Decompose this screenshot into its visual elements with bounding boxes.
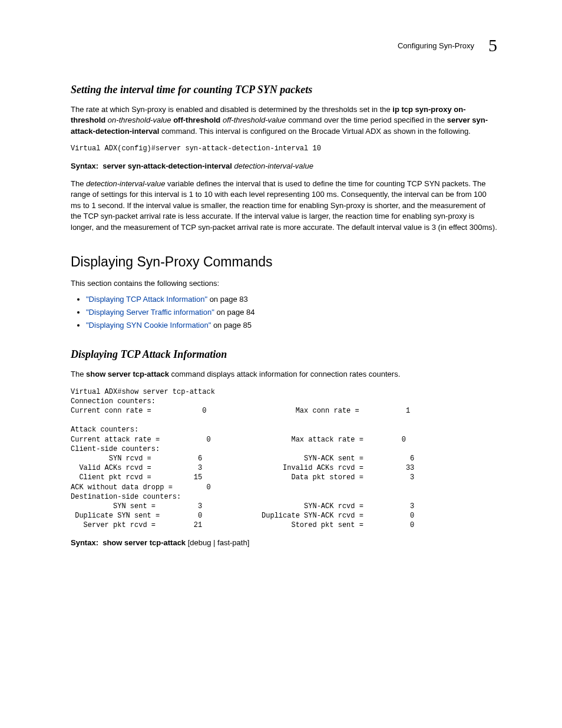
syntax-label: Syntax: xyxy=(71,538,98,547)
italic: detection-interval-value xyxy=(86,179,165,188)
syntax-line-2: Syntax: show server tcp-attack [debug | … xyxy=(71,538,497,548)
syntax-label: Syntax: xyxy=(71,162,98,170)
heading-display-commands: Displaying Syn-Proxy Commands xyxy=(71,254,497,270)
paragraph-1: The rate at which Syn-proxy is enabled a… xyxy=(71,104,497,137)
link-syn-cookie[interactable]: "Displaying SYN Cookie Information" xyxy=(86,321,211,330)
syntax-command: show server tcp-attack xyxy=(103,538,186,547)
syntax-tail: [debug | fast-path] xyxy=(186,538,249,547)
text: The xyxy=(71,370,86,378)
bold: off-threshold xyxy=(173,116,220,124)
bold: show server tcp-attack xyxy=(86,370,169,378)
heading-tcp-attack-info: Displaying TCP Attack Information xyxy=(71,348,497,361)
list-item: "Displaying TCP Attack Information" on p… xyxy=(86,294,497,305)
section-link-list: "Displaying TCP Attack Information" on p… xyxy=(71,294,497,331)
syntax-command: server syn-attack-detection-interval xyxy=(103,162,232,170)
text: command displays attack information for … xyxy=(169,370,400,378)
link-tcp-attack[interactable]: "Displaying TCP Attack Information" xyxy=(86,295,207,304)
link-server-traffic[interactable]: "Displaying Server Traffic information" xyxy=(86,308,214,317)
code-block-config: Virtual ADX(config)#server syn-attack-de… xyxy=(71,144,497,153)
paragraph-4: The show server tcp-attack command displ… xyxy=(71,369,497,380)
chapter-number: 5 xyxy=(488,35,497,55)
page-header: Configuring Syn-Proxy 5 xyxy=(71,35,497,55)
paragraph-2: The detection-interval-value variable de… xyxy=(71,179,497,233)
heading-interval: Setting the interval time for counting T… xyxy=(71,84,497,96)
page: Configuring Syn-Proxy 5 Setting the inte… xyxy=(0,0,562,728)
text: command over the time period specified i… xyxy=(286,116,447,124)
text: The xyxy=(71,179,86,188)
list-item: "Displaying Server Traffic information" … xyxy=(86,307,497,318)
code-block-show-output: Virtual ADX#show server tcp-attack Conne… xyxy=(71,387,497,531)
paragraph-3: This section contains the following sect… xyxy=(71,278,497,289)
link-suffix: on page 85 xyxy=(211,321,252,330)
italic: on-threshold-value xyxy=(105,116,173,124)
list-item: "Displaying SYN Cookie Information" on p… xyxy=(86,320,497,331)
italic: off-threshold-value xyxy=(220,116,286,124)
link-suffix: on page 84 xyxy=(214,308,255,317)
syntax-arg: detection-interval-value xyxy=(232,162,313,170)
syntax-line-1: Syntax: server syn-attack-detection-inte… xyxy=(71,161,497,172)
link-suffix: on page 83 xyxy=(207,295,248,304)
breadcrumb: Configuring Syn-Proxy xyxy=(398,41,474,50)
text: command. This interval is configured on … xyxy=(159,127,470,136)
text: The rate at which Syn-proxy is enabled a… xyxy=(71,105,392,114)
